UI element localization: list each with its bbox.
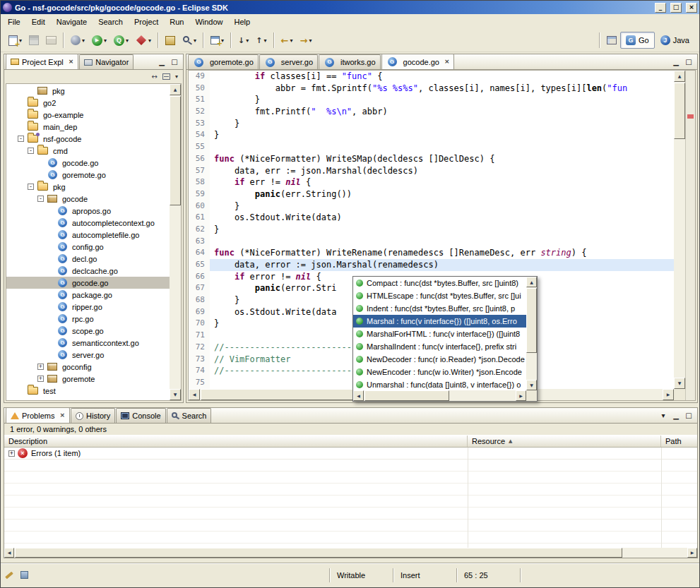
previous-annotation-button[interactable]: ↑▾ xyxy=(253,32,269,49)
completion-item-newencoder[interactable]: NewEncoder : func(w io.Writer) *json.Enc… xyxy=(353,366,526,378)
close-button[interactable]: × xyxy=(686,3,697,13)
tree-item-ripper-go[interactable]: Gripper.go xyxy=(6,301,170,313)
explorer-scrollbar[interactable]: ▲ ▼ xyxy=(170,84,181,400)
code-line-52[interactable]: 52 fmt.Printf(" %s\n", abbr) xyxy=(189,106,674,118)
completion-item-marshalindent[interactable]: MarshalIndent : func(v interface{}, pref… xyxy=(353,340,526,353)
error-marker[interactable] xyxy=(687,114,694,119)
tree-item-gocode-go[interactable]: Ggocode.go xyxy=(6,277,170,289)
coverage-button[interactable]: Q▾ xyxy=(111,32,131,49)
tree-item-gocode-go[interactable]: Ggocode.go xyxy=(6,157,170,169)
view-maximize-icon[interactable]: □ xyxy=(682,56,695,68)
tree-item-cmd[interactable]: -cmd xyxy=(6,145,170,157)
expand-icon[interactable]: + xyxy=(8,450,15,457)
overview-ruler[interactable] xyxy=(685,71,695,400)
tree-item-pkg[interactable]: -pkg xyxy=(6,181,170,193)
tree-item-apropos-go[interactable]: Gapropos.go xyxy=(6,205,170,217)
view-tab-problems[interactable]: Problems× xyxy=(6,407,70,423)
completion-item-marshal[interactable]: Marshal : func(v interface{}) ([]uint8, … xyxy=(353,315,526,328)
view-maximize-icon[interactable]: □ xyxy=(682,410,695,421)
completion-item-htmlescape[interactable]: HTMLEscape : func(dst *bytes.Buffer, src… xyxy=(353,289,526,302)
external-tools-button[interactable]: ▾ xyxy=(68,32,88,49)
tree-item-goconfig[interactable]: +goconfig xyxy=(6,361,170,373)
code-line-59[interactable]: 59 panic(err.String()) xyxy=(189,188,674,200)
open-perspective-button[interactable] xyxy=(604,32,619,49)
tree-item-config-go[interactable]: Gconfig.go xyxy=(6,241,170,253)
run-button[interactable]: ▶▾ xyxy=(89,32,109,49)
tree-item-scope-go[interactable]: Gscope.go xyxy=(6,325,170,337)
editor-vertical-scrollbar[interactable]: ▲ ▼ xyxy=(674,71,685,389)
tree-item-pkg[interactable]: pkg xyxy=(6,85,170,97)
close-icon[interactable]: × xyxy=(59,412,65,419)
completion-item-indent[interactable]: Indent : func(dst *bytes.Buffer, src []u… xyxy=(353,302,526,315)
completion-item-compact[interactable]: Compact : func(dst *bytes.Buffer, src []… xyxy=(353,277,526,289)
tree-item-nsf-gocode[interactable]: -nsf-gocode xyxy=(6,133,170,145)
popup-vertical-scrollbar[interactable]: ▲ ▼ xyxy=(526,277,537,390)
tree-item-gocode[interactable]: -gocode xyxy=(6,193,170,205)
code-line-63[interactable]: 63 xyxy=(189,236,674,248)
collapse-expander-icon[interactable]: - xyxy=(28,148,34,154)
expand-expander-icon[interactable]: + xyxy=(37,364,44,370)
scroll-left-icon[interactable]: ◀ xyxy=(189,389,200,400)
collapse-expander-icon[interactable]: - xyxy=(28,184,34,190)
menu-project[interactable]: Project xyxy=(129,16,164,28)
tree-item-go-example[interactable]: go-example xyxy=(6,109,170,121)
code-line-55[interactable]: 55 xyxy=(189,141,674,153)
maximize-button[interactable]: □ xyxy=(670,3,682,13)
view-tab-navigator[interactable]: Navigator xyxy=(79,54,134,69)
code-line-53[interactable]: 53 } xyxy=(189,118,674,130)
tree-item-main-dep[interactable]: main_dep xyxy=(6,121,170,133)
problems-horizontal-scrollbar[interactable]: ◀ ▶ xyxy=(4,548,697,558)
view-minimize-icon[interactable]: ▁ xyxy=(155,56,168,68)
profile-button[interactable]: ▾ xyxy=(133,32,154,49)
editor-tab-gocode-go[interactable]: Ggocode.go× xyxy=(381,54,455,69)
scroll-left-icon[interactable]: ◀ xyxy=(353,390,364,401)
menu-navigate[interactable]: Navigate xyxy=(51,16,93,28)
new-wizard-button[interactable]: ▾ xyxy=(6,32,25,49)
column-header-resource[interactable]: Resource▲ xyxy=(468,436,661,447)
tree-item-go2[interactable]: go2 xyxy=(6,97,170,109)
expand-expander-icon[interactable]: + xyxy=(37,376,44,382)
scroll-right-icon[interactable]: ▶ xyxy=(663,389,674,400)
save-button[interactable] xyxy=(26,32,42,49)
next-annotation-button[interactable]: ↓▾ xyxy=(235,32,251,49)
scrollbar-thumb[interactable] xyxy=(674,83,685,139)
menu-run[interactable]: Run xyxy=(164,16,189,28)
link-with-editor-icon[interactable]: ↔ xyxy=(152,73,158,80)
code-line-62[interactable]: 62} xyxy=(189,224,674,236)
collapse-all-icon[interactable] xyxy=(162,73,170,80)
view-maximize-icon[interactable]: □ xyxy=(168,56,181,68)
scroll-up-icon[interactable]: ▲ xyxy=(674,71,685,82)
column-header-path[interactable]: Path xyxy=(661,436,697,447)
scroll-down-icon[interactable]: ▼ xyxy=(526,380,537,390)
view-minimize-icon[interactable]: ▁ xyxy=(670,56,682,68)
scroll-left-icon[interactable]: ◀ xyxy=(4,548,14,558)
tree-item-package-go[interactable]: Gpackage.go xyxy=(6,289,170,301)
back-button[interactable]: ←▾ xyxy=(278,32,296,49)
tree-item-declcache-go[interactable]: Gdeclcache.go xyxy=(6,265,170,277)
code-line-64[interactable]: 64func (*NiceFormatter) WriteRename(rena… xyxy=(189,247,674,259)
code-line-60[interactable]: 60 } xyxy=(189,200,674,212)
editor-tab-itworks-go[interactable]: Gitworks.go xyxy=(319,54,381,69)
view-tab-search[interactable]: Search xyxy=(167,408,212,423)
column-divider[interactable] xyxy=(468,448,468,548)
view-tab-project-expl[interactable]: Project Expl× xyxy=(6,54,78,69)
tree-item-rpc-go[interactable]: Grpc.go xyxy=(6,313,170,325)
code-line-61[interactable]: 61 os.Stdout.Write(data) xyxy=(189,212,674,224)
tree-item-goremote-go[interactable]: Ggoremote.go xyxy=(6,169,170,181)
scroll-down-icon[interactable]: ▼ xyxy=(170,389,181,400)
code-line-57[interactable]: 57 data, err := json.Marshal(decldescs) xyxy=(189,165,674,177)
view-tab-console[interactable]: Console xyxy=(116,408,165,423)
close-icon[interactable]: × xyxy=(444,59,450,65)
view-minimize-icon[interactable]: ▁ xyxy=(670,410,682,421)
code-line-54[interactable]: 54} xyxy=(189,129,674,141)
completion-item-unmarshal[interactable]: Unmarshal : func(data []uint8, v interfa… xyxy=(353,378,526,390)
code-line-49[interactable]: 49 if classes[i] == "func" { xyxy=(189,71,674,83)
code-line-56[interactable]: 56func (*NiceFormatter) WriteSMap(declde… xyxy=(189,153,674,165)
tree-item-server-go[interactable]: Gserver.go xyxy=(6,349,170,361)
scroll-up-icon[interactable]: ▲ xyxy=(170,84,181,95)
collapse-expander-icon[interactable]: - xyxy=(18,136,24,142)
view-menu-icon[interactable]: ▾ xyxy=(175,74,178,80)
scroll-down-icon[interactable]: ▼ xyxy=(674,378,685,389)
perspective-go[interactable]: GGo xyxy=(620,32,655,49)
problems-row-errors-1-item[interactable]: +×Errors (1 item) xyxy=(4,448,697,460)
